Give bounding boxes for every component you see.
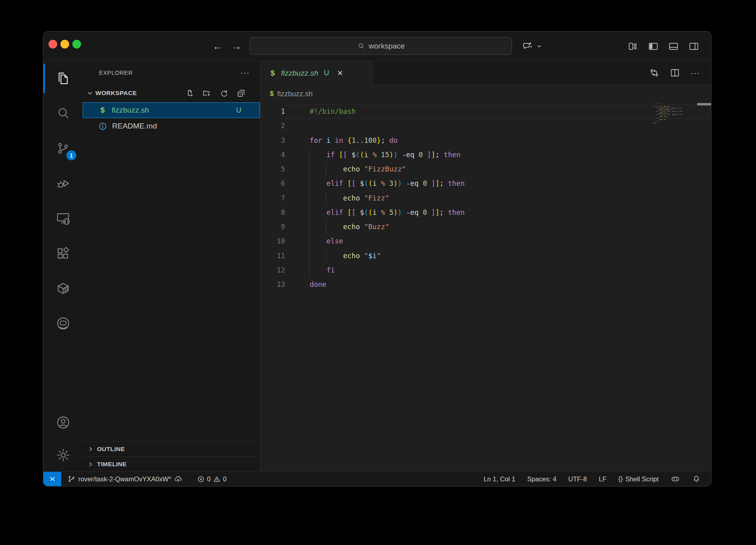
activity-search[interactable] — [43, 96, 83, 131]
traffic-lights — [48, 40, 81, 49]
code-line-1[interactable]: 1#!/bin/bash — [260, 104, 711, 119]
overview-ruler-marker — [697, 103, 711, 105]
cloud-upload-icon — [174, 475, 182, 483]
command-center-search[interactable]: workspace — [250, 37, 512, 55]
views-and-more-actions-icon[interactable]: ··· — [240, 68, 250, 77]
toggle-primary-sidebar-icon[interactable] — [648, 41, 659, 52]
customize-layout-icon[interactable] — [628, 41, 638, 52]
toggle-panel-icon[interactable] — [668, 41, 679, 52]
eol-sequence[interactable]: LF — [599, 475, 607, 483]
activity-source-control[interactable]: 1 — [43, 131, 83, 166]
bell-icon[interactable] — [692, 475, 701, 483]
code-line-11[interactable]: 11 echo "$i" — [260, 249, 711, 263]
activity-containers[interactable] — [43, 271, 83, 306]
activity-settings[interactable] — [43, 439, 83, 471]
code-line-4[interactable]: 4 if [[ $((i % 15)) -eq 0 ]]; then — [260, 148, 711, 162]
code-line-2[interactable]: 2 — [260, 119, 711, 133]
run-and-debug-icon — [56, 176, 71, 191]
indent-guide — [309, 263, 310, 277]
line-number: 9 — [260, 220, 285, 234]
copilot-status-icon[interactable] — [671, 474, 680, 484]
new-file-icon[interactable] — [185, 89, 194, 98]
close-tab-icon[interactable]: ✕ — [337, 69, 343, 78]
line-number: 11 — [260, 249, 285, 263]
tab-fizzbuzz[interactable]: $ fizzbuzz.sh U ✕ — [260, 61, 374, 85]
vscode-window: ← → workspace — [43, 31, 711, 487]
activity-accounts[interactable] — [43, 406, 83, 439]
new-folder-icon[interactable] — [202, 89, 211, 98]
indent-guide — [309, 205, 310, 220]
code-line-3[interactable]: 3for i in {1..100}; do — [260, 133, 711, 148]
minimize-window-button[interactable] — [60, 40, 69, 49]
breadcrumb[interactable]: $ fizzbuzz.sh — [260, 85, 711, 103]
code-editor[interactable]: 1#!/bin/bash23for i in {1..100}; do4 if … — [260, 103, 711, 471]
activity-copilot[interactable] — [43, 306, 83, 341]
cursor-position[interactable]: Ln 1, Col 1 — [484, 475, 516, 483]
line-number: 4 — [260, 148, 285, 162]
code-line-5[interactable]: 5 echo "FizzBuzz" — [260, 162, 711, 176]
code-line-7[interactable]: 7 echo "Fizz" — [260, 191, 711, 205]
editor-actions: ··· — [649, 61, 711, 84]
encoding[interactable]: UTF-8 — [568, 475, 587, 483]
code-line-10[interactable]: 10 else — [260, 234, 711, 248]
split-editor-icon[interactable] — [670, 68, 680, 78]
zoom-window-button[interactable] — [72, 40, 81, 49]
minimap[interactable]: #!/bin/bashfor i in {1..100}; do if [[ $… — [653, 103, 682, 174]
line-number: 12 — [260, 263, 285, 277]
branch-status[interactable]: rover/task-2-QwamOvYXA0xW* — [68, 475, 182, 483]
code-line-13[interactable]: 13done — [260, 277, 711, 292]
code-line-9[interactable]: 9 echo "Buzz" — [260, 220, 711, 234]
toggle-secondary-sidebar-icon[interactable] — [688, 41, 699, 52]
file-row-fizzbuzz[interactable]: $ fizzbuzz.sh U — [83, 102, 260, 118]
forward-icon[interactable]: → — [231, 40, 242, 53]
remote-icon — [48, 475, 57, 483]
more-actions-icon[interactable]: ··· — [690, 68, 700, 78]
problems-status[interactable]: 0 0 — [197, 475, 227, 483]
copilot-menu[interactable] — [522, 31, 543, 61]
extensions-icon — [56, 246, 71, 261]
error-icon — [197, 475, 205, 483]
indentation[interactable]: Spaces: 4 — [527, 475, 556, 483]
line-number: 13 — [260, 277, 285, 292]
activity-run-debug[interactable] — [43, 166, 83, 201]
shell-file-icon: $ — [268, 69, 277, 78]
timeline-section[interactable]: TIMELINE — [83, 456, 260, 471]
file-name: README.md — [112, 122, 253, 130]
collapse-all-icon[interactable] — [236, 89, 246, 98]
gear-icon — [56, 448, 71, 463]
braces-icon: {} — [618, 475, 623, 483]
status-bar: rover/task-2-QwamOvYXA0xW* 0 0 Ln 1, Col… — [43, 471, 711, 486]
code-line-8[interactable]: 8 elif [[ $((i % 5)) -eq 0 ]]; then — [260, 205, 711, 220]
code-line-6[interactable]: 6 elif [[ $((i % 3)) -eq 0 ]]; then — [260, 176, 711, 191]
activity-extensions[interactable] — [43, 236, 83, 271]
file-row-readme[interactable]: README.md — [83, 118, 260, 134]
line-number: 2 — [260, 119, 285, 133]
outline-section[interactable]: OUTLINE — [83, 441, 260, 456]
warning-icon — [213, 475, 221, 483]
copilot-chat-icon — [522, 41, 533, 52]
code-line-12[interactable]: 12 fi — [260, 263, 711, 277]
indent-guide — [326, 249, 326, 263]
activity-explorer[interactable] — [43, 61, 83, 96]
open-changes-icon[interactable] — [649, 68, 659, 78]
refresh-icon[interactable] — [219, 89, 229, 98]
close-window-button[interactable] — [48, 40, 57, 49]
outline-label: OUTLINE — [97, 446, 125, 453]
indent-guide — [309, 220, 310, 234]
workspace-section-header[interactable]: WORKSPACE — [83, 84, 260, 102]
tab-git-badge: U — [324, 69, 329, 77]
indent-guide — [326, 220, 326, 234]
file-name: fizzbuzz.sh — [112, 106, 231, 115]
error-count: 0 — [207, 475, 211, 483]
files-icon — [56, 71, 71, 86]
remote-indicator[interactable] — [43, 472, 61, 486]
chevron-down-icon — [536, 43, 543, 50]
line-number: 3 — [260, 133, 285, 148]
activity-remote-explorer[interactable] — [43, 201, 83, 236]
search-icon — [56, 106, 71, 121]
language-mode[interactable]: {} Shell Script — [618, 475, 659, 483]
back-icon[interactable]: ← — [212, 40, 223, 53]
tab-bar: $ fizzbuzz.sh U ✕ ··· — [260, 61, 711, 85]
chevron-down-icon — [87, 90, 93, 97]
warning-count: 0 — [223, 475, 227, 483]
